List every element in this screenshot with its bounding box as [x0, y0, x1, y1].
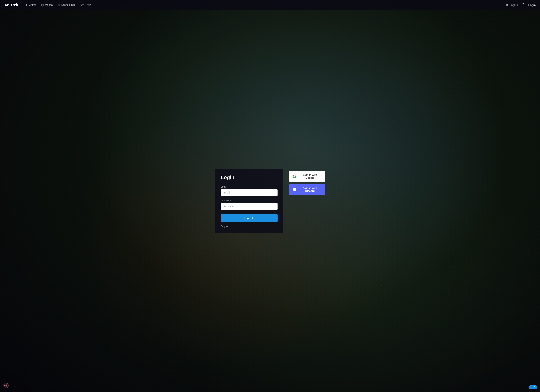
svg-point-9 [83, 5, 84, 5]
svg-point-19 [5, 385, 6, 386]
oauth-buttons: Sign in with Google Sign in with Discord [289, 171, 325, 195]
language-label: English [510, 4, 518, 6]
nav-label-anime: Anime [29, 3, 36, 6]
svg-point-7 [82, 5, 82, 5]
password-input[interactable] [221, 203, 278, 210]
badge-icon: 👤 [531, 386, 533, 388]
nav-login-button[interactable]: Login [528, 3, 536, 6]
email-input[interactable] [221, 189, 278, 196]
brand-logo[interactable]: AniTrek [4, 3, 18, 7]
svg-point-8 [83, 5, 83, 5]
email-group: Email [221, 185, 278, 196]
password-group: Password [221, 199, 278, 210]
google-signin-label: Sign in with Google [299, 174, 321, 179]
discord-signin-label: Sign in with Discord [298, 187, 321, 192]
nav-label-trivia: Trivia [85, 3, 91, 6]
nav-item-trivia[interactable]: Trivia [79, 2, 94, 7]
nav-item-anime[interactable]: ▶ Anime [24, 2, 39, 7]
brand-part2: Trek [10, 3, 18, 7]
discord-signin-button[interactable]: Sign in with Discord [289, 184, 325, 195]
svg-line-16 [524, 5, 525, 6]
login-button[interactable]: Login In [221, 214, 278, 222]
svg-point-5 [59, 5, 59, 5]
manga-icon [41, 3, 44, 6]
brand-part1: Ani [4, 3, 10, 7]
globe-icon [506, 4, 509, 6]
scene-finder-icon [58, 3, 60, 6]
nav-item-scene-finder[interactable]: Scene Finder [56, 2, 79, 7]
trivia-icon [81, 3, 84, 6]
settings-icon [3, 383, 9, 388]
navbar: AniTrek ▶ Anime Manga [0, 0, 540, 10]
login-card: Login Email Password Login In Register [215, 169, 283, 233]
language-selector[interactable]: English [506, 4, 518, 6]
google-signin-button[interactable]: Sign in with Google [289, 171, 325, 182]
search-button[interactable] [521, 2, 525, 8]
google-icon [293, 175, 296, 178]
login-container: Login Email Password Login In Register [215, 169, 325, 233]
register-link[interactable]: Register [221, 225, 278, 228]
main-content: Login Email Password Login In Register [0, 10, 540, 392]
search-icon [521, 3, 525, 6]
badge-count: 1 [534, 386, 535, 388]
nav-items: ▶ Anime Manga Scene Finder [24, 2, 506, 7]
nav-label-manga: Manga [45, 3, 53, 6]
nav-item-manga[interactable]: Manga [39, 2, 55, 7]
discord-icon [293, 188, 296, 191]
nav-label-scene-finder: Scene Finder [61, 3, 76, 6]
svg-rect-4 [58, 4, 60, 6]
navbar-right: English Login [506, 2, 536, 8]
anime-icon: ▶ [26, 3, 28, 6]
login-title: Login [221, 175, 278, 180]
settings-icon-corner[interactable] [3, 383, 9, 389]
password-label: Password [221, 199, 278, 202]
email-label: Email [221, 185, 278, 188]
footer-badge: 👤 1 [529, 385, 537, 389]
